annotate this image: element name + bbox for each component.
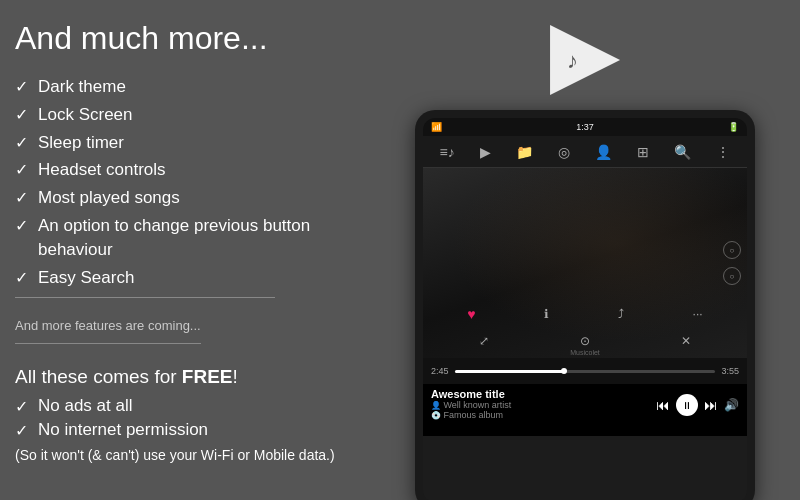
feature-list: ✓ Dark theme ✓ Lock Screen ✓ Sleep timer…: [15, 75, 365, 289]
check-icon: ✓: [15, 397, 28, 416]
info-icon[interactable]: ℹ: [544, 307, 549, 321]
check-icon: ✓: [15, 159, 28, 181]
list-item: ✓ Sleep timer: [15, 131, 365, 155]
feature-label: Most played songs: [38, 186, 365, 210]
artist-name: 👤 Well known artist: [431, 400, 656, 410]
musicolet-watermark: Musicolet: [570, 349, 600, 356]
expand-icon[interactable]: ⤢: [479, 334, 489, 348]
overlay-btn-1[interactable]: ○: [723, 241, 741, 259]
feature-label: An option to change previous button beha…: [38, 214, 365, 262]
equalizer-icon[interactable]: ◎: [558, 144, 570, 160]
main-title: And much more...: [15, 20, 365, 57]
feature-label: Easy Search: [38, 266, 365, 290]
check-icon: ✓: [15, 187, 28, 209]
check-icon: ✓: [15, 76, 28, 98]
share-icon[interactable]: ⤴: [618, 307, 624, 321]
phone-outer: 📶 1:37 🔋 ≡♪ ▶ 📁 ◎ 👤 ⊞ 🔍 ⋮: [415, 110, 755, 500]
list-item: ✓ An option to change previous button be…: [15, 214, 365, 262]
feature-label: Dark theme: [38, 75, 365, 99]
next-button[interactable]: ⏭: [704, 397, 718, 413]
prev-button[interactable]: ⏮: [656, 397, 670, 413]
list-item: ✓ Most played songs: [15, 186, 365, 210]
progress-bar[interactable]: [455, 370, 716, 373]
status-battery: 🔋: [728, 122, 739, 132]
progress-area: 2:45 3:55: [423, 358, 747, 384]
free-title: All these comes for FREE!: [15, 366, 365, 388]
grid-icon[interactable]: ⊞: [637, 144, 649, 160]
free-feature-label: No internet permission: [38, 420, 208, 440]
feature-label: Lock Screen: [38, 103, 365, 127]
queue-icon[interactable]: ≡♪: [440, 144, 455, 160]
time-total: 3:55: [721, 366, 739, 376]
wifi-note: (So it won't (& can't) use your Wi-Fi or…: [15, 446, 365, 466]
list-item: ✓ Easy Search: [15, 266, 365, 290]
feature-label: Sleep timer: [38, 131, 365, 155]
list-item: ✓ No ads at all: [15, 396, 365, 416]
left-section: And much more... ✓ Dark theme ✓ Lock Scr…: [0, 0, 380, 500]
free-section: All these comes for FREE! ✓ No ads at al…: [15, 366, 365, 466]
second-controls-row: ⤢ ⊙ ✕: [423, 334, 747, 348]
search-icon[interactable]: 🔍: [674, 144, 691, 160]
bottom-info: Awesome title 👤 Well known artist 💿 Famo…: [423, 384, 747, 436]
app-logo-icon: ♪: [545, 20, 625, 100]
check-icon: ✓: [15, 104, 28, 126]
free-title-prefix: All these comes for: [15, 366, 182, 387]
check-icon: ✓: [15, 267, 28, 289]
heart-icon[interactable]: ♥: [467, 306, 475, 322]
progress-thumb: [561, 368, 567, 374]
check-icon: ✓: [15, 215, 28, 237]
list-item: ✓ Dark theme: [15, 75, 365, 99]
phone-screen: 📶 1:37 🔋 ≡♪ ▶ 📁 ◎ 👤 ⊞ 🔍 ⋮: [423, 118, 747, 500]
album-art: ○ ○ ♥ ℹ ⤴ ··· ⤢ ⊙ ✕: [423, 168, 747, 358]
guitar-visual: [423, 168, 747, 358]
right-section: ♪ Musicolet 📶 1:37 🔋 ≡♪ ▶ 📁 ◎ 👤: [370, 0, 800, 500]
folder-icon[interactable]: 📁: [516, 144, 533, 160]
status-bar: 📶 1:37 🔋: [423, 118, 747, 136]
free-feature-label: No ads at all: [38, 396, 133, 416]
list-item: ✓ Lock Screen: [15, 103, 365, 127]
list-item: ✓ No internet permission: [15, 420, 365, 440]
feature-label: Headset controls: [38, 158, 365, 182]
volume-icon[interactable]: 🔊: [724, 398, 739, 412]
overlay-btn-2[interactable]: ○: [723, 267, 741, 285]
phone-mockup: 📶 1:37 🔋 ≡♪ ▶ 📁 ◎ 👤 ⊞ 🔍 ⋮: [415, 110, 755, 500]
album-name: 💿 Famous album: [431, 410, 656, 420]
check-icon: ✓: [15, 421, 28, 440]
dots-icon[interactable]: ···: [693, 307, 703, 321]
separator: [15, 297, 275, 298]
status-time: 1:37: [576, 122, 594, 132]
action-row: ♥ ℹ ⤴ ···: [423, 306, 747, 322]
pause-button[interactable]: ⏸: [676, 394, 698, 416]
svg-marker-0: [550, 25, 620, 95]
close-icon[interactable]: ✕: [681, 334, 691, 348]
top-toolbar: ≡♪ ▶ 📁 ◎ 👤 ⊞ 🔍 ⋮: [423, 136, 747, 168]
svg-text:♪: ♪: [567, 48, 578, 73]
song-title-bar: Awesome title 👤 Well known artist 💿 Famo…: [431, 388, 739, 420]
coming-soon-label: And more features are coming...: [15, 318, 201, 344]
player-controls: ⏮ ⏸ ⏭ 🔊: [656, 394, 739, 416]
free-bold: FREE: [182, 366, 233, 387]
free-title-suffix: !: [233, 366, 238, 387]
list-item: ✓ Headset controls: [15, 158, 365, 182]
person-icon[interactable]: 👤: [595, 144, 612, 160]
status-left: 📶: [431, 122, 442, 132]
song-info: Awesome title 👤 Well known artist 💿 Famo…: [431, 388, 656, 420]
play-small-icon[interactable]: ▶: [480, 144, 491, 160]
free-features-list: ✓ No ads at all ✓ No internet permission: [15, 396, 365, 440]
more-icon[interactable]: ⋮: [716, 144, 730, 160]
song-title: Awesome title: [431, 388, 656, 400]
progress-fill: [455, 370, 565, 373]
settings2-icon[interactable]: ⊙: [580, 334, 590, 348]
overlay-controls: ○ ○: [723, 241, 741, 285]
check-icon: ✓: [15, 132, 28, 154]
time-elapsed: 2:45: [431, 366, 449, 376]
